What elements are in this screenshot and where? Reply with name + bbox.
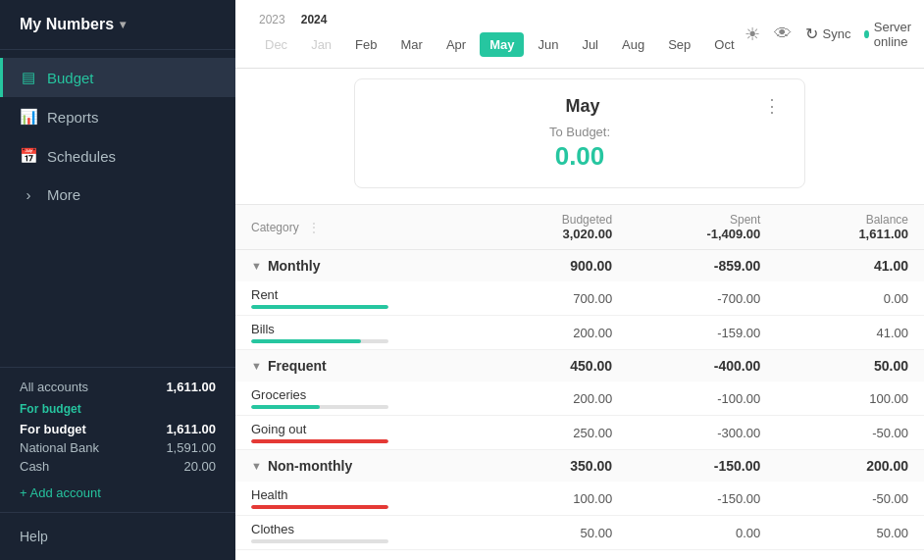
for-budget-row-total: 1,611.00 (166, 422, 216, 436)
year-tab-2023[interactable]: 2023 (255, 11, 289, 28)
group-row-non-monthly[interactable]: ▼ Non-monthly 350.00 -150.00 200.00 (235, 450, 924, 483)
category-name: Health (251, 487, 464, 502)
account-row-national-bank[interactable]: National Bank 1,591.00 (20, 438, 216, 457)
col-header-budgeted: Budgeted 3,020.00 (480, 205, 628, 250)
category-cell-health: Health (235, 482, 480, 516)
group-toggle-monthly[interactable]: ▼ (251, 260, 262, 272)
category-row-health[interactable]: Health 100.00 -150.00 -50.00 (235, 482, 924, 516)
year-tabs: 2023 2024 (255, 11, 744, 28)
group-balance-frequent: 50.00 (776, 350, 924, 382)
server-status-label: Server online (874, 20, 915, 49)
sidebar-item-schedules[interactable]: 📅 Schedules (0, 136, 235, 176)
col-balance-total: 1,611.00 (792, 227, 908, 241)
main-content: 2023 2024 Dec Jan Feb Mar Apr May Jun Ju… (235, 0, 924, 560)
may-card-budget-label: To Budget: (549, 125, 610, 139)
for-budget-label: For budget (20, 402, 216, 416)
category-spent: -700.00 (628, 281, 776, 316)
category-budgeted: 700.00 (480, 281, 628, 316)
settings-icon[interactable]: ☀ (744, 24, 760, 45)
group-budgeted-frequent: 450.00 (480, 350, 628, 382)
sidebar-item-more[interactable]: › More (0, 176, 235, 214)
app-name[interactable]: My Numbers ▾ (20, 16, 216, 33)
col-budgeted-total: 3,020.00 (495, 227, 612, 241)
category-name: Rent (251, 287, 464, 302)
category-row-groceries[interactable]: Groceries 200.00 -100.00 100.00 (235, 382, 924, 416)
group-spent-non-monthly: -150.00 (628, 450, 776, 483)
eye-icon[interactable]: 👁 (774, 24, 792, 44)
month-tab-dec: Dec (255, 32, 297, 57)
sidebar-item-reports-label: Reports (47, 109, 99, 126)
may-card-budget-value: 0.00 (555, 141, 605, 172)
may-card-container: May ⋮ To Budget: 0.00 (235, 69, 924, 205)
progress-bar (251, 505, 388, 509)
sidebar-nav: ▤ Budget 📊 Reports 📅 Schedules › More (0, 50, 235, 367)
budget-table-container: Category ⋮ Budgeted 3,020.00 Spent -1,40… (235, 205, 924, 560)
sidebar-item-reports[interactable]: 📊 Reports (0, 97, 235, 136)
help-link[interactable]: Help (20, 529, 48, 544)
server-status-dot (864, 30, 868, 38)
group-label-monthly: Monthly (268, 258, 321, 274)
group-label-frequent: Frequent (268, 358, 327, 374)
category-budgeted: 200.00 (480, 316, 628, 350)
more-icon: › (20, 186, 37, 203)
group-spent-frequent: -400.00 (628, 350, 776, 382)
category-balance: -50.00 (776, 416, 924, 450)
sidebar-item-budget[interactable]: ▤ Budget (0, 58, 235, 97)
sync-button[interactable]: ↻ Sync (805, 25, 851, 43)
app-name-chevron: ▾ (120, 18, 126, 31)
category-budgeted: 200.00 (480, 382, 628, 416)
year-tab-2024[interactable]: 2024 (297, 11, 332, 28)
category-cell-clothes: Clothes (235, 516, 480, 550)
month-tab-may[interactable]: May (480, 32, 524, 57)
schedules-icon: 📅 (20, 147, 37, 165)
month-tab-apr[interactable]: Apr (436, 32, 476, 57)
col-header-balance: Balance 1,611.00 (776, 205, 924, 250)
month-tab-mar[interactable]: Mar (391, 32, 433, 57)
progress-bar (251, 405, 388, 409)
month-tab-feb[interactable]: Feb (345, 32, 386, 57)
add-account-label: + Add account (20, 485, 101, 500)
month-tab-jun[interactable]: Jun (528, 32, 568, 57)
category-balance: 0.00 (776, 281, 924, 316)
budget-table-body: ▼ Monthly 900.00 -859.00 41.00 Rent 700.… (235, 250, 924, 550)
sidebar-item-schedules-label: Schedules (47, 148, 116, 165)
category-row-bills[interactable]: Bills 200.00 -159.00 41.00 (235, 316, 924, 350)
category-row-clothes[interactable]: Clothes 50.00 0.00 50.00 (235, 516, 924, 550)
progress-bar (251, 439, 388, 443)
category-balance: -50.00 (776, 482, 924, 516)
category-spent: -100.00 (628, 382, 776, 416)
add-account-button[interactable]: + Add account (20, 485, 216, 500)
may-card-header: May ⋮ (379, 95, 781, 117)
month-tab-sep[interactable]: Sep (658, 32, 700, 57)
category-options-icon[interactable]: ⋮ (308, 221, 320, 234)
account-row-cash[interactable]: Cash 20.00 (20, 457, 216, 476)
group-balance-non-monthly: 200.00 (776, 450, 924, 483)
progress-bar (251, 339, 388, 343)
may-card-menu-icon[interactable]: ⋮ (763, 95, 781, 117)
group-row-monthly[interactable]: ▼ Monthly 900.00 -859.00 41.00 (235, 250, 924, 282)
group-label-non-monthly: Non-monthly (268, 458, 352, 474)
category-name: Clothes (251, 522, 464, 536)
month-tab-jul[interactable]: Jul (572, 32, 608, 57)
account-name-national-bank: National Bank (20, 440, 99, 455)
category-budgeted: 100.00 (480, 482, 628, 516)
category-name: Bills (251, 322, 464, 336)
for-budget-row-label: For budget (20, 422, 86, 436)
group-toggle-non-monthly[interactable]: ▼ (251, 460, 262, 472)
group-balance-monthly: 41.00 (776, 250, 924, 282)
category-name: Groceries (251, 387, 464, 402)
group-row-frequent[interactable]: ▼ Frequent 450.00 -400.00 50.00 (235, 350, 924, 382)
group-toggle-frequent[interactable]: ▼ (251, 360, 262, 372)
progress-bar-fill (251, 305, 388, 309)
category-cell-rent: Rent (235, 281, 480, 316)
col-budgeted-label: Budgeted (562, 213, 612, 227)
category-spent: -159.00 (628, 316, 776, 350)
server-status: Server online (864, 20, 914, 49)
month-tab-oct[interactable]: Oct (704, 32, 744, 57)
month-tab-aug[interactable]: Aug (612, 32, 654, 57)
category-row-rent[interactable]: Rent 700.00 -700.00 0.00 (235, 281, 924, 316)
sync-label: Sync (823, 26, 851, 41)
sidebar-item-more-label: More (47, 186, 80, 203)
account-balance-national-bank: 1,591.00 (166, 440, 216, 455)
category-row-going-out[interactable]: Going out 250.00 -300.00 -50.00 (235, 416, 924, 450)
